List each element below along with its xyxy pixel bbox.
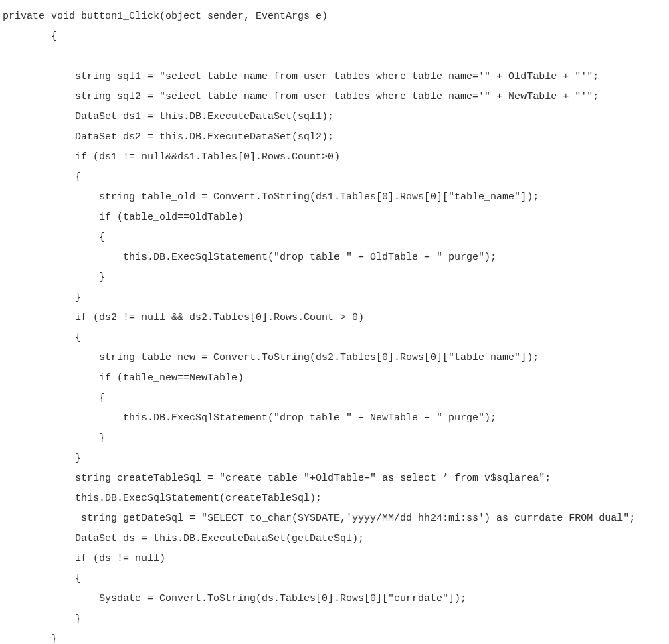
code-block: private void button1_Click(object sender… bbox=[0, 0, 669, 644]
